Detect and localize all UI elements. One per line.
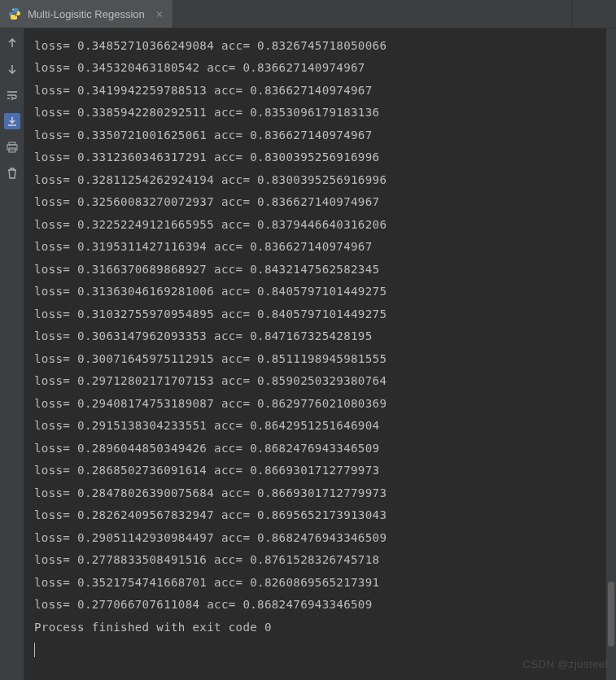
console-line: loss= 0.29051142930984497 acc= 0.8682476… bbox=[34, 527, 616, 550]
console-line: loss= 0.277066707611084 acc= 0.868247694… bbox=[34, 594, 616, 617]
console-line: loss= 0.35174084839803397 acc= 0.8313370… bbox=[34, 28, 616, 35]
console-line: loss= 0.3166370689868927 acc= 0.84321475… bbox=[34, 259, 616, 281]
tab-bar-end bbox=[571, 0, 616, 28]
console-line: loss= 0.2896044850349426 acc= 0.86824769… bbox=[34, 438, 616, 460]
python-icon bbox=[8, 7, 21, 20]
console-line: loss= 0.3312360346317291 acc= 0.83003952… bbox=[34, 146, 616, 169]
tab-run-console[interactable]: Multi-Logisitic Regession × bbox=[0, 0, 173, 28]
console-line: loss= 0.2868502736091614 acc= 0.86693017… bbox=[34, 460, 616, 482]
scrollbar-track[interactable] bbox=[606, 28, 616, 680]
console-line: loss= 0.3063147962093353 acc= 0.84716732… bbox=[34, 325, 616, 348]
trash-icon[interactable] bbox=[4, 165, 20, 181]
gutter-toolbar bbox=[0, 28, 24, 680]
close-icon[interactable]: × bbox=[156, 7, 163, 20]
console-line: loss= 0.32252249121665955 acc= 0.8379446… bbox=[34, 214, 616, 237]
arrow-up-icon[interactable] bbox=[4, 35, 20, 51]
console-line: loss= 0.31363046169281006 acc= 0.8405797… bbox=[34, 281, 616, 303]
tab-bar: Multi-Logisitic Regession × bbox=[0, 0, 616, 28]
svg-point-1 bbox=[15, 18, 16, 19]
console-line: loss= 0.3521754741668701 acc= 0.82608695… bbox=[34, 572, 616, 595]
console-line: loss= 0.3350721001625061 acc= 0.83662714… bbox=[34, 124, 616, 147]
console-text: loss= 0.35174084839803397 acc= 0.8313370… bbox=[34, 28, 616, 661]
console-line: loss= 0.32560083270072937 acc= 0.8366271… bbox=[34, 191, 616, 214]
console-line: loss= 0.345320463180542 acc= 0.836627140… bbox=[34, 57, 616, 80]
console-line: loss= 0.29712802171707153 acc= 0.8590250… bbox=[34, 370, 616, 393]
scroll-to-end-icon[interactable] bbox=[4, 113, 20, 129]
console-output[interactable]: loss= 0.35174084839803397 acc= 0.8313370… bbox=[24, 28, 616, 680]
print-icon[interactable] bbox=[4, 139, 20, 155]
svg-point-0 bbox=[12, 9, 13, 10]
main-area: loss= 0.35174084839803397 acc= 0.8313370… bbox=[0, 28, 616, 680]
scrollbar-thumb[interactable] bbox=[608, 582, 614, 647]
console-line: loss= 0.31032755970954895 acc= 0.8405797… bbox=[34, 303, 616, 326]
console-line: loss= 0.32811254262924194 acc= 0.8300395… bbox=[34, 169, 616, 192]
console-line: loss= 0.3385942280292511 acc= 0.83530961… bbox=[34, 102, 616, 124]
console-line: loss= 0.3195311427116394 acc= 0.83662714… bbox=[34, 236, 616, 259]
console-line: loss= 0.29408174753189087 acc= 0.8629776… bbox=[34, 393, 616, 416]
text-cursor bbox=[34, 643, 35, 657]
console-line: loss= 0.2778833508491516 acc= 0.87615283… bbox=[34, 549, 616, 572]
console-line: loss= 0.34852710366249084 acc= 0.8326745… bbox=[34, 35, 616, 58]
console-line: Process finished with exit code 0 bbox=[34, 617, 616, 639]
console-line: loss= 0.2915138304233551 acc= 0.86429512… bbox=[34, 415, 616, 438]
console-line: loss= 0.3419942259788513 acc= 0.83662714… bbox=[34, 80, 616, 102]
tab-title: Multi-Logisitic Regession bbox=[28, 8, 145, 20]
console-line: loss= 0.28262409567832947 acc= 0.8695652… bbox=[34, 504, 616, 527]
arrow-down-icon[interactable] bbox=[4, 61, 20, 77]
watermark: CSDN @zjusteel bbox=[522, 658, 608, 670]
console-line: loss= 0.28478026390075684 acc= 0.8669301… bbox=[34, 482, 616, 505]
console-line: loss= 0.30071645975112915 acc= 0.8511198… bbox=[34, 348, 616, 371]
wrap-text-icon[interactable] bbox=[4, 87, 20, 103]
